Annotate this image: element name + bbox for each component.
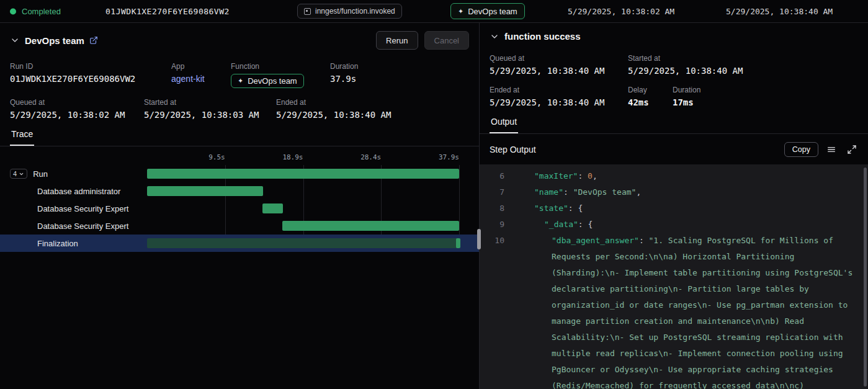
collapse-chevron-icon[interactable] — [490, 32, 499, 42]
span-track — [147, 238, 459, 248]
span-bar — [147, 186, 263, 196]
step-tabbar: Output — [480, 114, 868, 134]
run-title: DevOps team — [25, 35, 84, 46]
status-label: Completed — [22, 7, 61, 16]
trace-row-database-administrator[interactable]: Database administrator — [0, 182, 479, 200]
line-number: 7 — [480, 184, 504, 200]
trace-row-label: Run — [33, 169, 48, 179]
function-field-badge-label: DevOps team — [248, 76, 297, 86]
run-children-count: 4 — [13, 170, 17, 177]
step-queued-at-label: Queued at — [490, 54, 628, 63]
app-label: App — [171, 62, 231, 71]
event-badge-label: inngest/function.invoked — [315, 7, 395, 16]
tab-output[interactable]: Output — [490, 114, 518, 133]
line-number: 10 — [480, 233, 504, 389]
top-start-time: 5/29/2025, 10:38:02 AM — [568, 7, 674, 16]
status-dot-icon — [10, 8, 16, 14]
run-id-label: Run ID — [10, 62, 171, 71]
code-line: 6 "maxIter": 0, — [480, 168, 868, 184]
line-number: 9 — [480, 217, 504, 233]
axis-tick: 37.9s — [147, 153, 461, 161]
expand-icon — [847, 145, 857, 154]
trace-row-finalization[interactable]: Finalization — [0, 235, 479, 252]
main-split: DevOps team Rerun Cancel Run ID 01JWDK1X… — [0, 22, 868, 389]
run-status: Completed — [10, 7, 61, 16]
step-output-title: Step Output — [490, 145, 536, 154]
view-options-button[interactable] — [824, 142, 839, 157]
step-queued-at-value: 5/29/2025, 10:38:40 AM — [490, 66, 628, 76]
queued-at-label: Queued at — [10, 98, 144, 107]
top-bar: Completed 01JWDK1XE270F6YE69086VW2 innge… — [0, 0, 868, 23]
menu-lines-icon — [826, 145, 836, 154]
trace-row-run[interactable]: 4 Run — [0, 165, 479, 182]
top-run-id: 01JWDK1XE270F6YE69086VW2 — [105, 7, 230, 16]
rerun-button[interactable]: Rerun — [376, 31, 418, 50]
trace-row-database-security-expert-2[interactable]: Database Security Expert — [0, 217, 479, 235]
code-scrollbar[interactable] — [864, 168, 867, 387]
function-badge[interactable]: ✦ DevOps team — [450, 3, 525, 19]
line-number: 6 — [480, 168, 504, 184]
function-label: Function — [231, 62, 330, 71]
external-link-icon[interactable] — [89, 36, 98, 45]
started-at-label: Started at — [144, 98, 276, 107]
queued-at-value: 5/29/2025, 10:38:02 AM — [10, 110, 144, 120]
step-started-at-label: Started at — [628, 54, 743, 63]
event-icon — [304, 8, 311, 15]
code-line: 7 "name": "DevOps team", — [480, 184, 868, 200]
trace-row-label: Database administrator — [37, 187, 120, 196]
step-ended-at-value: 5/29/2025, 10:38:40 AM — [490, 97, 628, 107]
function-badge-label: DevOps team — [468, 7, 517, 16]
trace-row-database-security-expert-1[interactable]: Database Security Expert — [0, 200, 479, 217]
event-badge[interactable]: inngest/function.invoked — [297, 4, 402, 19]
sparkle-icon: ✦ — [238, 78, 243, 84]
step-started-at-value: 5/29/2025, 10:38:40 AM — [628, 66, 743, 76]
code-line: 9 "_data": { — [480, 217, 868, 233]
delay-label: Delay — [628, 86, 673, 94]
run-children-toggle[interactable]: 4 — [10, 169, 27, 179]
collapse-chevron-icon[interactable] — [10, 35, 20, 45]
step-duration-label: Duration — [673, 86, 700, 94]
step-duration-value: 17ms — [673, 97, 700, 107]
ended-at-value: 5/29/2025, 10:38:40 AM — [276, 110, 391, 120]
tab-trace[interactable]: Trace — [10, 127, 34, 146]
line-number: 8 — [480, 200, 504, 217]
expand-button[interactable] — [844, 142, 859, 157]
step-title: function success — [504, 31, 581, 42]
function-field-badge[interactable]: ✦ DevOps team — [231, 74, 304, 88]
sparkle-icon: ✦ — [458, 8, 463, 15]
trace-row-label: Database Security Expert — [37, 204, 128, 213]
copy-button[interactable]: Copy — [784, 142, 818, 157]
duration-label: Duration — [330, 62, 358, 71]
span-bar — [147, 169, 459, 179]
run-tabbar: Trace — [0, 127, 479, 146]
chevron-down-icon — [19, 171, 24, 177]
app-link[interactable]: agent-kit — [171, 74, 231, 84]
run-id-value: 01JWDK1XE270F6YE69086VW2 — [10, 74, 171, 84]
run-panel: DevOps team Rerun Cancel Run ID 01JWDK1X… — [0, 22, 480, 389]
span-bar — [282, 221, 459, 231]
ended-at-label: Ended at — [276, 98, 391, 107]
delay-value: 42ms — [628, 97, 673, 107]
trace-axis: 9.5s 18.9s 28.4s 37.9s — [147, 151, 459, 165]
trace-row-label: Finalization — [37, 239, 78, 248]
span-bar — [262, 203, 283, 213]
step-panel: function success Queued at 5/29/2025, 10… — [480, 22, 868, 389]
trace-row-label: Database Security Expert — [37, 221, 128, 231]
panel-resize-handle[interactable] — [477, 229, 481, 249]
top-end-time: 5/29/2025, 10:38:40 AM — [726, 7, 833, 16]
step-ended-at-label: Ended at — [490, 86, 628, 94]
span-bar — [456, 238, 460, 248]
cancel-button[interactable]: Cancel — [424, 31, 469, 50]
code-line: 8 "state": { — [480, 200, 868, 217]
duration-value: 37.9s — [330, 74, 358, 84]
code-line: 10 "dba_agent_answer": "1. Scaling Postg… — [480, 233, 868, 389]
step-output-code: 6 "maxIter": 0, 7 "name": "DevOps team",… — [480, 164, 868, 389]
started-at-value: 5/29/2025, 10:38:03 AM — [144, 110, 276, 120]
trace-timeline: 9.5s 18.9s 28.4s 37.9s 4 Run — [0, 151, 479, 252]
